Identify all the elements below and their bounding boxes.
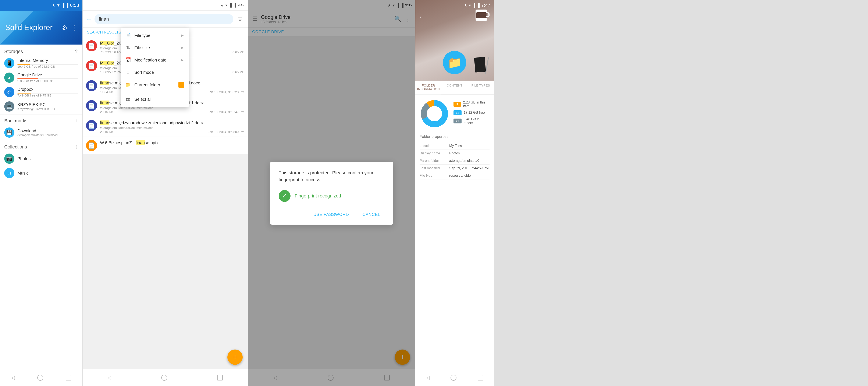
dropdown-item-select-all[interactable]: ▦ Select all bbox=[121, 93, 189, 106]
file-name-6: W.6 BiznesplanZ - finanse.pptx bbox=[100, 140, 244, 146]
file-meta-4: 20.15 KB Jan 18, 2014, 9:50:47 PM bbox=[100, 110, 244, 114]
wifi-icon: ▼ bbox=[57, 3, 60, 8]
dropbox-info: Dropbox 7.49 GB free of 9.75 GB bbox=[18, 87, 78, 97]
fab-p2[interactable]: + bbox=[227, 350, 243, 365]
panel-google-drive: ★ ▾ ▐ ▐ 9:35 ☰ Google Drive 15 folders, … bbox=[248, 0, 415, 386]
status-bar-p2: ★ ▾ ▐ ▐ 9:42 bbox=[83, 0, 248, 10]
dropbox-icon: ◇ bbox=[7, 89, 11, 95]
sidebar-item-download[interactable]: 💾 Download /storage/emulated/0/Download bbox=[0, 125, 83, 140]
nav-back-p4[interactable]: ◁ bbox=[426, 375, 430, 381]
back-button-p4[interactable]: ← bbox=[419, 13, 425, 20]
nav-square-p4[interactable] bbox=[478, 375, 483, 381]
nav-back-p2[interactable]: ◁ bbox=[107, 375, 111, 381]
music-icon: ♫ bbox=[7, 170, 11, 176]
file-date-2: 18, 8:27:52 PM bbox=[100, 70, 122, 74]
file-icon-pdf-2: 📄 bbox=[86, 60, 97, 71]
settings-icon[interactable]: ⚙ bbox=[62, 24, 68, 31]
prop-key-display-name: Display name bbox=[420, 151, 449, 155]
collections-label: Collections bbox=[4, 144, 27, 150]
file-size-5: 20.15 KB bbox=[100, 130, 113, 133]
nav-square-p1[interactable] bbox=[66, 375, 71, 381]
dropdown-label-file-size: File size bbox=[134, 46, 177, 50]
file-size-4: 20.15 KB bbox=[100, 110, 113, 114]
nav-bar-p2: ◁ bbox=[83, 369, 248, 386]
internal-memory-name: Internal Memory bbox=[18, 58, 78, 63]
photos-name: Photos bbox=[18, 156, 31, 161]
tab-folder-information[interactable]: FOLDER INFORMATION bbox=[415, 81, 441, 94]
list-item[interactable]: 📄 W.6 BiznesplanZ - finanse.pptx bbox=[83, 137, 248, 154]
photos-icon-wrap: 📷 bbox=[4, 153, 14, 164]
cancel-button[interactable]: CANCEL bbox=[358, 210, 384, 219]
krzysiek-pc-icon: 💻 bbox=[6, 103, 12, 110]
file-icon-docx-3: 📄 bbox=[86, 120, 97, 131]
legend-pct-orange: 9 bbox=[454, 102, 461, 107]
donut-chart-section: 9 2.28 GB in this item 68 17.12 GB free … bbox=[420, 99, 490, 128]
storages-label: Storages bbox=[4, 49, 23, 54]
dropdown-item-file-type[interactable]: 📄 File type ► bbox=[121, 29, 189, 41]
prop-row-display-name: Display name Photos bbox=[420, 150, 490, 157]
prop-val-last-modified: Sep 29, 2018, 7:44:59 PM bbox=[449, 166, 489, 170]
search-input[interactable] bbox=[94, 14, 233, 24]
sidebar-item-internal-memory[interactable]: 📱 Internal Memory 19.45 GB free of 24.89… bbox=[0, 56, 83, 70]
collections-section-header: Collections ⇧ bbox=[0, 142, 83, 151]
internal-memory-sub: 19.45 GB free of 24.89 GB bbox=[18, 65, 78, 68]
dropbox-name: Dropbox bbox=[18, 87, 78, 92]
nav-home-p2[interactable] bbox=[161, 375, 167, 381]
google-drive-info: Google Drive 9.85 GB free of 15.00 GB bbox=[18, 72, 78, 83]
nav-bar-p4: ◁ bbox=[415, 369, 494, 386]
dropbox-sub: 7.49 GB free of 9.75 GB bbox=[18, 93, 78, 97]
legend-pct-gray: 22 bbox=[454, 119, 462, 123]
sidebar-item-dropbox[interactable]: ◇ Dropbox 7.49 GB free of 9.75 GB bbox=[0, 85, 83, 99]
nav-back-p1[interactable]: ◁ bbox=[11, 375, 15, 381]
current-folder-icon: 📁 bbox=[125, 82, 131, 88]
filter-icon[interactable] bbox=[236, 15, 244, 23]
list-item[interactable]: 📄 finanse międzynarodowe zmienione odpow… bbox=[83, 117, 248, 137]
back-button-p2[interactable]: ← bbox=[86, 16, 92, 23]
bookmarks-collapse-icon[interactable]: ⇧ bbox=[74, 118, 78, 124]
file-date-5: Jan 18, 2014, 9:57:09 PM bbox=[208, 130, 244, 133]
bookmarks-section-header: Bookmarks ⇧ bbox=[0, 116, 83, 125]
music-name: Music bbox=[18, 171, 28, 176]
prop-val-display-name: Photos bbox=[449, 151, 460, 155]
download-path: /storage/emulated/0/Download bbox=[18, 133, 58, 137]
sidebar-item-krzysiek-pc[interactable]: 💻 KRZYSIEK-PC Krzysztof@KRZYSIEK-PC bbox=[0, 99, 83, 114]
nav-home-p4[interactable] bbox=[451, 375, 457, 381]
current-folder-check-icon: ✓ bbox=[179, 82, 184, 88]
dropdown-divider bbox=[121, 92, 189, 92]
more-options-icon[interactable]: ⋮ bbox=[71, 24, 78, 31]
file-size-icon: ⇅ bbox=[125, 45, 131, 51]
sidebar-item-google-drive[interactable]: ▲ Google Drive 9.85 GB free of 15.00 GB bbox=[0, 70, 83, 85]
signal-icon: ▐ bbox=[62, 3, 64, 8]
file-type-arrow-icon: ► bbox=[181, 33, 184, 38]
file-date-1: 70, 3:21:56 AM bbox=[100, 50, 121, 54]
file-name-highlight-2: M._Gor bbox=[100, 61, 114, 65]
krzysiek-pc-icon-wrap: 💻 bbox=[4, 101, 14, 112]
panel-solid-explorer: ★ ▼ ▐ ▐ 6:58 Solid Explorer ⚙ ⋮ Storages… bbox=[0, 0, 83, 386]
dropdown-item-file-size[interactable]: ⇅ File size ► bbox=[121, 41, 189, 54]
use-password-button[interactable]: USE PASSWORD bbox=[309, 210, 353, 219]
google-drive-sub: 9.85 GB free of 15.00 GB bbox=[18, 79, 78, 83]
tab-file-types[interactable]: FILE TYPES bbox=[468, 81, 494, 94]
tab-content[interactable]: CONTENT bbox=[441, 81, 467, 94]
google-drive-icon-wrap: ▲ bbox=[4, 72, 14, 83]
folder-info-toolbar: ← bbox=[415, 10, 494, 23]
dropdown-item-mod-date[interactable]: 📅 Modification date ► bbox=[121, 54, 189, 66]
dropdown-item-sort-mode[interactable]: ↕ Sort mode bbox=[121, 66, 189, 79]
storages-collapse-icon[interactable]: ⇧ bbox=[74, 49, 78, 54]
prop-row-location: Location My Files bbox=[420, 142, 490, 150]
bluetooth-icon-p4: ★ bbox=[464, 3, 467, 8]
sidebar-item-photos[interactable]: 📷 Photos bbox=[0, 151, 83, 166]
sidebar-item-music[interactable]: ♫ Music bbox=[0, 166, 83, 180]
filter-dropdown: 📄 File type ► ⇅ File size ► 📅 Modificati… bbox=[121, 28, 189, 107]
nav-home-p1[interactable] bbox=[37, 375, 43, 381]
storages-section-header: Storages ⇧ bbox=[0, 46, 83, 56]
nav-square-p2[interactable] bbox=[217, 375, 223, 381]
dropdown-item-current-folder[interactable]: 📁 Current folder ✓ bbox=[121, 79, 189, 91]
divider-2 bbox=[0, 141, 83, 141]
file-size-3: 11.54 KB bbox=[100, 90, 113, 94]
filter-svg bbox=[237, 16, 243, 22]
collections-collapse-icon[interactable]: ⇧ bbox=[74, 144, 78, 150]
legend-row-gray: 22 5.48 GB in others bbox=[454, 117, 490, 125]
search-toolbar: ← bbox=[83, 10, 248, 28]
app-title: Solid Explorer bbox=[5, 23, 59, 32]
